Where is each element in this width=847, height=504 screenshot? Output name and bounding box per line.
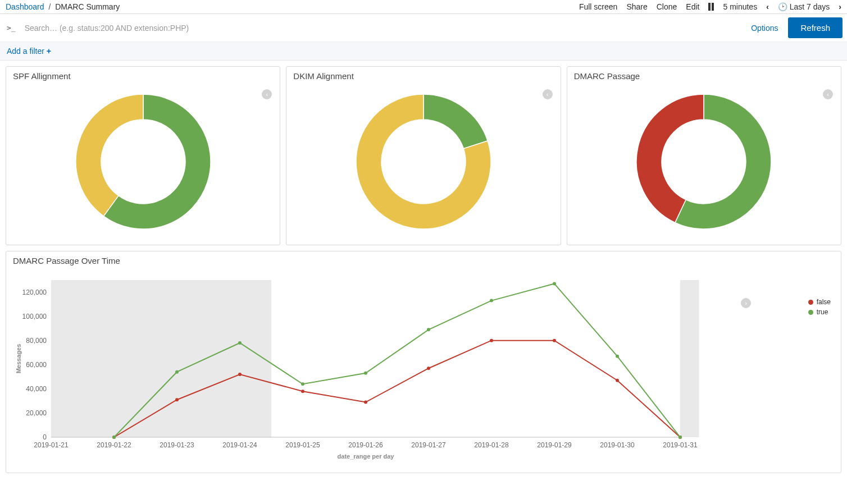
panel-grid: SPF Allignment ‹ DKIM Alignment ‹ DMARC … [0, 61, 847, 251]
svg-text:80,000: 80,000 [26, 337, 47, 345]
svg-text:2019-01-29: 2019-01-29 [537, 441, 572, 449]
legend-label: true [817, 308, 828, 316]
svg-point-26 [301, 390, 304, 393]
panel-spf: SPF Allignment ‹ [6, 66, 280, 245]
breadcrumb: Dashboard / DMARC Summary [6, 2, 579, 11]
share-button[interactable]: Share [626, 2, 647, 11]
svg-rect-0 [51, 280, 271, 437]
svg-point-28 [427, 366, 430, 370]
svg-text:2019-01-24: 2019-01-24 [222, 441, 257, 449]
panel-title: DMARC Passage Over Time [6, 251, 841, 270]
add-filter-button[interactable]: Add a filter + [7, 47, 51, 56]
svg-point-41 [616, 355, 619, 358]
time-next-icon[interactable]: › [839, 2, 841, 11]
svg-text:2019-01-27: 2019-01-27 [411, 441, 446, 449]
plus-icon: + [47, 47, 51, 56]
legend-item-false[interactable]: false [808, 298, 831, 306]
spf-donut-chart [70, 89, 216, 235]
svg-point-25 [238, 373, 242, 376]
svg-point-31 [616, 379, 619, 382]
svg-point-27 [364, 401, 367, 404]
svg-text:60,000: 60,000 [26, 361, 47, 369]
dkim-donut-chart [350, 89, 497, 235]
breadcrumb-separator: / [46, 2, 53, 11]
svg-text:40,000: 40,000 [26, 385, 47, 393]
breadcrumb-current: DMARC Summary [55, 2, 120, 11]
svg-point-37 [364, 372, 367, 375]
add-filter-label: Add a filter [7, 47, 44, 56]
panel-dmarc: DMARC Passage ‹ [567, 66, 841, 245]
svg-point-29 [490, 339, 493, 342]
svg-point-38 [427, 328, 430, 331]
panel-title: SPF Allignment [6, 67, 280, 85]
svg-text:100,000: 100,000 [22, 313, 47, 320]
fullscreen-button[interactable]: Full screen [579, 2, 617, 11]
legend-collapse-icon[interactable]: › [741, 298, 751, 308]
panel-dkim: DKIM Alignment ‹ [286, 66, 561, 245]
refresh-button[interactable]: Refresh [788, 17, 843, 38]
svg-text:20,000: 20,000 [26, 409, 47, 417]
legend-dot-icon [808, 300, 813, 305]
svg-text:2019-01-28: 2019-01-28 [474, 441, 509, 449]
svg-text:2019-01-26: 2019-01-26 [348, 441, 383, 449]
breadcrumb-root[interactable]: Dashboard [6, 2, 44, 11]
svg-point-30 [553, 339, 556, 342]
time-range-label: Last 7 days [790, 2, 830, 11]
line-chart-legend: false true [808, 298, 831, 318]
line-chart-area: › false true 020,00040,00060,00080,00010… [6, 270, 841, 473]
svg-point-39 [490, 299, 493, 303]
pause-icon[interactable] [708, 3, 714, 11]
svg-text:date_range per day: date_range per day [338, 453, 395, 460]
svg-point-36 [301, 382, 304, 386]
svg-point-40 [553, 282, 556, 285]
search-prompt-icon: >_ [4, 24, 18, 32]
top-bar: Dashboard / DMARC Summary Full screen Sh… [0, 0, 847, 14]
svg-text:2019-01-25: 2019-01-25 [285, 441, 320, 449]
panel-body [567, 85, 841, 245]
clock-icon: 🕑 [778, 2, 787, 11]
panel-body [286, 85, 560, 245]
svg-text:0: 0 [43, 433, 47, 441]
toolbar-actions: Full screen Share Clone Edit 5 minutes ‹… [579, 2, 841, 11]
refresh-interval[interactable]: 5 minutes [723, 2, 757, 11]
panel-dmarc-over-time: DMARC Passage Over Time › false true 020… [6, 251, 841, 473]
svg-point-42 [678, 436, 682, 439]
svg-point-35 [238, 341, 242, 345]
panel-title: DKIM Alignment [286, 67, 560, 85]
legend-label: false [817, 298, 831, 306]
dmarc-line-chart: 020,00040,00060,00080,000100,000120,000M… [12, 274, 781, 465]
time-range-picker[interactable]: 🕑 Last 7 days [778, 2, 830, 11]
svg-point-24 [175, 398, 179, 401]
svg-text:2019-01-22: 2019-01-22 [97, 441, 131, 449]
time-prev-icon[interactable]: ‹ [766, 2, 769, 11]
svg-text:2019-01-23: 2019-01-23 [160, 441, 194, 449]
svg-point-33 [112, 436, 116, 439]
svg-rect-1 [680, 280, 699, 437]
svg-text:Messages: Messages [15, 344, 22, 374]
filter-bar: Add a filter + [0, 42, 847, 61]
clone-button[interactable]: Clone [657, 2, 677, 11]
search-options-link[interactable]: Options [745, 24, 784, 33]
dmarc-donut-chart [631, 89, 777, 235]
svg-point-34 [175, 370, 179, 374]
svg-text:2019-01-21: 2019-01-21 [34, 441, 69, 449]
svg-text:120,000: 120,000 [22, 288, 47, 296]
panel-title: DMARC Passage [567, 67, 841, 85]
edit-button[interactable]: Edit [686, 2, 699, 11]
panel-body [6, 85, 280, 245]
legend-item-true[interactable]: true [808, 308, 831, 316]
search-input[interactable] [22, 19, 741, 37]
svg-text:2019-01-31: 2019-01-31 [663, 441, 698, 449]
svg-text:2019-01-30: 2019-01-30 [600, 441, 635, 449]
legend-dot-icon [808, 310, 813, 315]
search-bar: >_ Options Refresh [0, 14, 847, 42]
